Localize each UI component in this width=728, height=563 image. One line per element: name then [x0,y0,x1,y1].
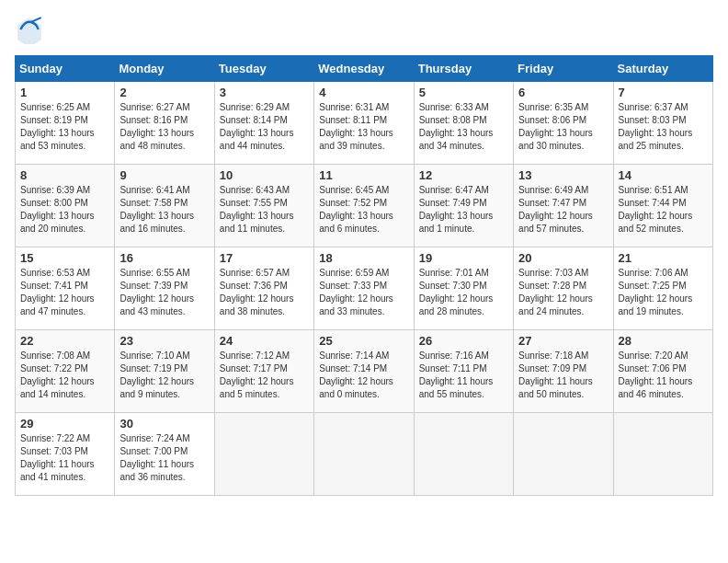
weekday-header-tuesday: Tuesday [214,56,313,82]
day-info: Sunrise: 6:39 AMSunset: 8:00 PMDaylight:… [20,184,109,236]
day-info: Sunrise: 6:53 AMSunset: 7:41 PMDaylight:… [20,267,109,318]
weekday-header-thursday: Thursday [414,56,513,82]
day-cell: 8Sunrise: 6:39 AMSunset: 8:00 PMDaylight… [16,165,115,247]
day-number: 11 [319,168,408,182]
weekday-header-row: SundayMondayTuesdayWednesdayThursdayFrid… [16,56,713,82]
day-number: 23 [119,334,209,348]
day-number: 2 [119,86,209,99]
day-number: 18 [319,251,408,265]
day-cell: 30Sunrise: 7:24 AMSunset: 7:00 PMDayligh… [115,413,214,496]
day-cell: 20Sunrise: 7:03 AMSunset: 7:28 PMDayligh… [514,247,613,330]
day-cell [214,413,313,496]
day-cell: 9Sunrise: 6:41 AMSunset: 7:58 PMDaylight… [115,165,214,247]
day-number: 26 [419,334,508,348]
day-cell: 29Sunrise: 7:22 AMSunset: 7:03 PMDayligh… [16,413,115,496]
day-number: 9 [119,168,209,182]
day-info: Sunrise: 7:01 AMSunset: 7:30 PMDaylight:… [419,267,508,318]
day-number: 21 [619,251,708,265]
day-info: Sunrise: 6:55 AMSunset: 7:39 PMDaylight:… [119,267,209,318]
day-cell: 27Sunrise: 7:18 AMSunset: 7:09 PMDayligh… [514,330,613,413]
day-cell: 3Sunrise: 6:29 AMSunset: 8:14 PMDaylight… [214,82,313,165]
day-info: Sunrise: 6:31 AMSunset: 8:11 PMDaylight:… [319,101,408,153]
day-cell: 28Sunrise: 7:20 AMSunset: 7:06 PMDayligh… [613,330,712,413]
day-number: 3 [220,86,309,99]
day-cell: 13Sunrise: 6:49 AMSunset: 7:47 PMDayligh… [514,165,613,247]
day-info: Sunrise: 7:12 AMSunset: 7:17 PMDaylight:… [220,350,309,401]
day-number: 17 [220,251,309,265]
day-info: Sunrise: 6:29 AMSunset: 8:14 PMDaylight:… [220,101,309,153]
day-info: Sunrise: 6:33 AMSunset: 8:08 PMDaylight:… [419,101,508,153]
day-cell: 15Sunrise: 6:53 AMSunset: 7:41 PMDayligh… [16,247,115,330]
day-cell [314,413,414,496]
week-row-5: 29Sunrise: 7:22 AMSunset: 7:03 PMDayligh… [16,413,713,496]
day-cell: 7Sunrise: 6:37 AMSunset: 8:03 PMDaylight… [613,82,712,165]
day-number: 24 [220,334,309,348]
week-row-2: 8Sunrise: 6:39 AMSunset: 8:00 PMDaylight… [16,165,713,247]
day-cell: 5Sunrise: 6:33 AMSunset: 8:08 PMDaylight… [414,82,513,165]
day-info: Sunrise: 6:37 AMSunset: 8:03 PMDaylight:… [619,101,708,153]
day-number: 6 [518,86,608,99]
header [15,15,713,44]
day-number: 14 [619,168,708,182]
day-cell: 19Sunrise: 7:01 AMSunset: 7:30 PMDayligh… [414,247,513,330]
day-cell [514,413,613,496]
day-cell [414,413,513,496]
day-info: Sunrise: 7:16 AMSunset: 7:11 PMDaylight:… [419,350,508,401]
day-info: Sunrise: 7:20 AMSunset: 7:06 PMDaylight:… [619,350,708,401]
day-number: 13 [518,168,608,182]
day-number: 22 [20,334,109,348]
day-number: 7 [619,86,708,99]
day-info: Sunrise: 6:49 AMSunset: 7:47 PMDaylight:… [518,184,608,236]
day-info: Sunrise: 6:57 AMSunset: 7:36 PMDaylight:… [220,267,309,318]
day-info: Sunrise: 6:41 AMSunset: 7:58 PMDaylight:… [119,184,209,236]
day-number: 1 [20,86,109,99]
day-number: 20 [518,251,608,265]
day-info: Sunrise: 7:10 AMSunset: 7:19 PMDaylight:… [119,350,209,401]
day-cell: 21Sunrise: 7:06 AMSunset: 7:25 PMDayligh… [613,247,712,330]
day-info: Sunrise: 7:03 AMSunset: 7:28 PMDaylight:… [518,267,608,318]
calendar-table: SundayMondayTuesdayWednesdayThursdayFrid… [15,55,713,496]
day-number: 12 [419,168,508,182]
week-row-1: 1Sunrise: 6:25 AMSunset: 8:19 PMDaylight… [16,82,713,165]
day-cell: 17Sunrise: 6:57 AMSunset: 7:36 PMDayligh… [214,247,313,330]
weekday-header-friday: Friday [514,56,613,82]
day-info: Sunrise: 7:14 AMSunset: 7:14 PMDaylight:… [319,350,408,401]
day-info: Sunrise: 6:27 AMSunset: 8:16 PMDaylight:… [119,101,209,153]
day-number: 27 [518,334,608,348]
logo [15,15,48,44]
day-info: Sunrise: 7:06 AMSunset: 7:25 PMDaylight:… [619,267,708,318]
day-number: 25 [319,334,408,348]
day-info: Sunrise: 6:43 AMSunset: 7:55 PMDaylight:… [220,184,309,236]
day-info: Sunrise: 7:18 AMSunset: 7:09 PMDaylight:… [518,350,608,401]
day-number: 15 [20,251,109,265]
day-info: Sunrise: 6:45 AMSunset: 7:52 PMDaylight:… [319,184,408,236]
weekday-header-sunday: Sunday [16,56,115,82]
week-row-4: 22Sunrise: 7:08 AMSunset: 7:22 PMDayligh… [16,330,713,413]
day-number: 30 [119,417,209,431]
logo-icon [15,15,44,44]
day-number: 5 [419,86,508,99]
day-cell: 14Sunrise: 6:51 AMSunset: 7:44 PMDayligh… [613,165,712,247]
day-number: 16 [119,251,209,265]
day-info: Sunrise: 6:47 AMSunset: 7:49 PMDaylight:… [419,184,508,236]
weekday-header-wednesday: Wednesday [314,56,414,82]
day-info: Sunrise: 7:08 AMSunset: 7:22 PMDaylight:… [20,350,109,401]
day-cell: 4Sunrise: 6:31 AMSunset: 8:11 PMDaylight… [314,82,414,165]
day-cell: 6Sunrise: 6:35 AMSunset: 8:06 PMDaylight… [514,82,613,165]
day-number: 4 [319,86,408,99]
day-info: Sunrise: 7:24 AMSunset: 7:00 PMDaylight:… [119,432,209,484]
day-number: 8 [20,168,109,182]
day-cell: 16Sunrise: 6:55 AMSunset: 7:39 PMDayligh… [115,247,214,330]
day-cell [613,413,712,496]
day-number: 29 [20,417,109,431]
day-cell: 2Sunrise: 6:27 AMSunset: 8:16 PMDaylight… [115,82,214,165]
day-cell: 24Sunrise: 7:12 AMSunset: 7:17 PMDayligh… [214,330,313,413]
weekday-header-saturday: Saturday [613,56,712,82]
day-cell: 23Sunrise: 7:10 AMSunset: 7:19 PMDayligh… [115,330,214,413]
day-info: Sunrise: 6:25 AMSunset: 8:19 PMDaylight:… [20,101,109,153]
day-info: Sunrise: 6:51 AMSunset: 7:44 PMDaylight:… [619,184,708,236]
day-number: 28 [619,334,708,348]
day-info: Sunrise: 6:59 AMSunset: 7:33 PMDaylight:… [319,267,408,318]
day-number: 10 [220,168,309,182]
day-number: 19 [419,251,508,265]
